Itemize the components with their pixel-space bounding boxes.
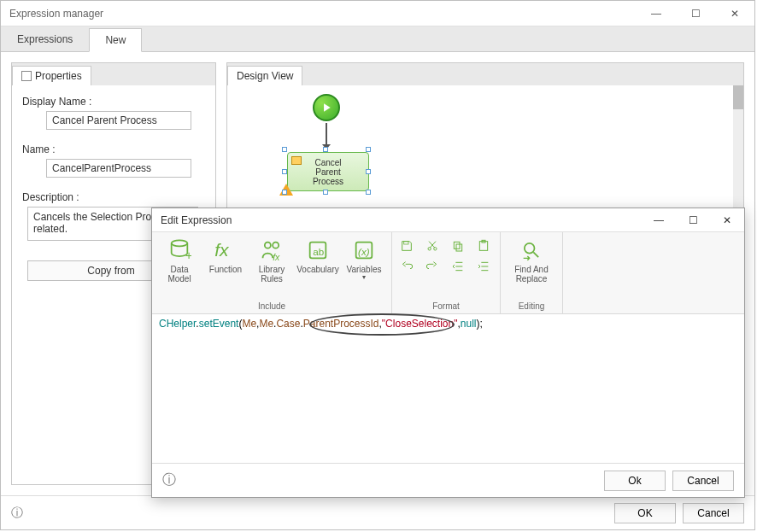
tab-new[interactable]: New xyxy=(89,28,142,52)
properties-tab[interactable]: Properties xyxy=(12,66,91,85)
selection-handle[interactable] xyxy=(366,190,371,195)
svg-point-1 xyxy=(172,240,188,246)
indent-icon[interactable] xyxy=(474,258,493,275)
editing-group: Find And Replace Editing xyxy=(501,232,563,313)
dialog-cancel-button[interactable]: Cancel xyxy=(672,471,734,491)
start-node[interactable] xyxy=(313,94,340,121)
design-view-tab[interactable]: Design View xyxy=(227,66,302,85)
vocabulary-button[interactable]: ab Vocabulary xyxy=(296,236,340,284)
selection-handle[interactable] xyxy=(366,169,371,174)
selection-handle[interactable] xyxy=(323,147,328,152)
paste-icon[interactable] xyxy=(474,237,493,254)
dialog-title: Edit Expression xyxy=(161,214,232,226)
variables-button[interactable]: (x) Variables ▾ xyxy=(342,236,386,284)
selection-handle[interactable] xyxy=(323,190,328,195)
name-label: Name : xyxy=(22,143,205,155)
data-model-button[interactable]: + Data Model xyxy=(157,236,202,284)
minimize-button[interactable]: — xyxy=(637,1,676,26)
function-button[interactable]: fx Function xyxy=(203,236,248,284)
display-name-input[interactable] xyxy=(46,111,191,130)
svg-point-18 xyxy=(525,243,535,254)
svg-text:+: + xyxy=(185,248,191,262)
library-rules-button[interactable]: fx Library Rules xyxy=(249,236,294,284)
maximize-button[interactable]: ☐ xyxy=(676,1,715,26)
svg-point-5 xyxy=(273,243,279,248)
connector xyxy=(326,123,327,149)
ribbon: + Data Model fx Function fx Library Rule… xyxy=(152,232,744,314)
search-swap-icon xyxy=(519,236,543,265)
svg-marker-0 xyxy=(324,103,331,111)
svg-text:(x): (x) xyxy=(358,246,370,257)
name-input[interactable] xyxy=(46,159,191,178)
cancel-button[interactable]: Cancel xyxy=(683,503,744,523)
svg-text:fx: fx xyxy=(214,240,230,260)
chevron-down-icon: ▾ xyxy=(362,274,366,282)
svg-rect-14 xyxy=(454,242,460,248)
editing-group-label: Editing xyxy=(519,300,545,313)
outdent-icon[interactable] xyxy=(449,258,467,275)
edit-expression-dialog: Edit Expression — ☐ ✕ + Data Model fx Fu… xyxy=(151,208,745,498)
copy-icon[interactable] xyxy=(449,237,467,254)
dialog-help-icon[interactable]: ⓘ xyxy=(162,471,176,489)
svg-text:fx: fx xyxy=(273,252,280,262)
dialog-ok-button[interactable]: Ok xyxy=(604,471,666,491)
vocabulary-icon: ab xyxy=(306,236,330,265)
svg-text:ab: ab xyxy=(313,246,324,257)
selection-handle[interactable] xyxy=(282,147,287,152)
expression-node-label: Cancel Parent Process xyxy=(313,158,343,186)
ok-button[interactable]: OK xyxy=(614,503,676,523)
svg-point-4 xyxy=(265,243,271,248)
help-icon[interactable]: ⓘ xyxy=(11,506,23,521)
node-type-icon xyxy=(291,156,302,165)
properties-tab-label: Properties xyxy=(35,70,82,82)
format-group: Format xyxy=(392,232,501,313)
selection-handle[interactable] xyxy=(282,190,287,195)
main-tabs: Expressions New xyxy=(1,26,754,52)
selection-handle[interactable] xyxy=(282,169,287,174)
people-icon: fx xyxy=(260,236,284,265)
grid-icon xyxy=(21,71,32,81)
fx-icon: fx xyxy=(214,236,238,265)
cut-icon[interactable] xyxy=(423,237,442,254)
window-footer: ⓘ OK Cancel xyxy=(1,495,754,529)
find-replace-button[interactable]: Find And Replace xyxy=(506,236,557,284)
design-view-tab-label: Design View xyxy=(237,70,293,82)
display-name-label: Display Name : xyxy=(22,96,205,108)
tab-expressions[interactable]: Expressions xyxy=(1,27,89,51)
include-group-label: Include xyxy=(258,300,285,313)
window-title: Expression manager xyxy=(9,8,103,20)
save-icon[interactable] xyxy=(397,237,416,254)
expression-node[interactable]: Cancel Parent Process xyxy=(287,152,369,191)
dialog-titlebar: Edit Expression — ☐ ✕ xyxy=(152,208,744,232)
variables-icon: (x) xyxy=(352,236,376,265)
undo-icon[interactable] xyxy=(397,258,416,275)
play-icon xyxy=(320,102,332,114)
description-label: Description : xyxy=(22,191,205,203)
dialog-footer: ⓘ Ok Cancel xyxy=(152,463,744,497)
code-editor[interactable]: CHelper.setEvent(Me,Me.Case.ParentProces… xyxy=(152,314,744,463)
dialog-close-button[interactable]: ✕ xyxy=(710,208,744,232)
format-group-label: Format xyxy=(432,300,460,313)
selection-handle[interactable] xyxy=(366,147,371,152)
dialog-maximize-button[interactable]: ☐ xyxy=(676,208,710,232)
svg-rect-15 xyxy=(456,244,462,251)
database-icon: + xyxy=(167,236,191,265)
dialog-minimize-button[interactable]: — xyxy=(642,208,676,232)
titlebar: Expression manager — ☐ ✕ xyxy=(1,1,754,26)
close-button[interactable]: ✕ xyxy=(715,1,754,26)
redo-icon[interactable] xyxy=(423,258,442,275)
